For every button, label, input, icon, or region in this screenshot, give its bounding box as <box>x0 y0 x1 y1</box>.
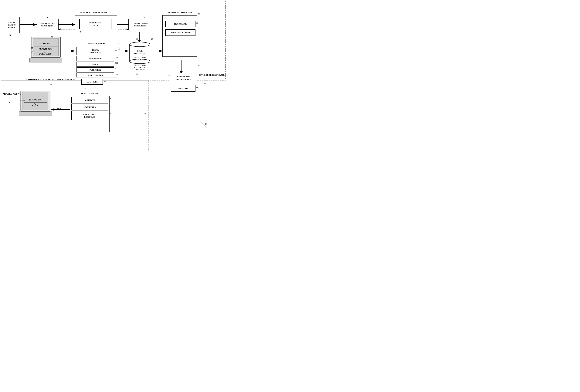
pop-label: POP <box>57 108 61 110</box>
num-55: 55 <box>31 47 33 49</box>
num-35: 35 <box>167 74 170 76</box>
svg-text:INTERCEPT: INTERCEPT <box>134 59 145 61</box>
svg-point-20 <box>129 42 150 47</box>
diagram: SMART CLIENT DEVICE 21 SMART DEVICE SERV… <box>0 0 227 153</box>
smart-device-server-box: SMART DEVICE SERVER (SDS) <box>37 19 59 30</box>
num-34: 34 <box>198 64 200 66</box>
personal-computer-label: PERSONAL COMPUTER <box>163 11 196 14</box>
sds-label: SMART DEVICE SERVER (SDS) <box>40 22 55 27</box>
num-12: 12 <box>205 123 207 126</box>
personal-client-label: PERSONAL CLIENT <box>170 31 190 34</box>
transfer-agent-label: TRANSFER AGENT <box>75 41 117 46</box>
num-40: 40 <box>196 29 198 31</box>
mailbox-bottom-label: MAILBOX <box>85 99 95 101</box>
mailbox-top-box: MAILBOX <box>171 85 195 92</box>
num-38: 38 <box>198 13 200 15</box>
laptop1-svg: TOOL KIT PRIVATE KEY PUBLIC KEY <box>29 37 62 74</box>
svg-text:LI TOOL KIT: LI TOOL KIT <box>29 99 41 101</box>
num-72: 72 <box>42 89 45 92</box>
num-50: 50 <box>118 47 120 49</box>
enterprise-network-label: ENTERPRISE NETWORK <box>199 74 226 77</box>
num-52: 52 <box>51 36 53 38</box>
warrant-id-label: WARRANT ID <box>89 57 101 60</box>
remote-server-label: REMOTE SERVER <box>70 91 110 96</box>
warrant-num-box: WARRANT # <box>71 104 108 111</box>
num-51-remote: 51 <box>109 105 111 107</box>
svg-text:USER: USER <box>137 50 143 52</box>
num-44: 44 <box>196 86 198 88</box>
num-77: 77 <box>109 98 111 100</box>
processor-label: PROCESSOR <box>174 23 187 25</box>
scs-label: SMART CLIENT SERVER (SCS) <box>134 22 148 27</box>
management-server-label: MANAGEMENT SERVER <box>75 11 112 14</box>
num-18: 18 <box>204 82 206 85</box>
num-56-db: 56 <box>136 73 138 75</box>
scs-box: SMART CLIENT SERVER (SCS) <box>129 19 153 30</box>
svg-rect-33 <box>29 58 62 62</box>
num-51D: 51D <box>115 73 118 75</box>
num-57-mid: 57 <box>115 68 117 70</box>
log-files-box: LOG FILES <box>81 79 103 85</box>
num-54b: 54 <box>34 103 36 105</box>
num-28: 28 <box>111 12 114 14</box>
num-55-57b: 55,57 <box>20 99 25 101</box>
svg-text:ENCRYPTED: ENCRYPTED <box>134 56 145 58</box>
num-42: 42 <box>136 38 138 40</box>
log-files-label: LOG FILES <box>87 80 98 83</box>
remote-id-add-box: REMOTE ID ADD. <box>76 73 114 77</box>
num-30: 30 <box>46 16 48 18</box>
num-51: 51 <box>115 49 117 52</box>
warrant-id-box: WARRANT ID <box>76 56 114 61</box>
laptop2-svg: LI TOOL KIT KEYS <box>19 91 52 122</box>
mailbox-bottom-box: MAILBOX <box>71 97 108 104</box>
smart-client-device-box: SMART CLIENT DEVICE <box>4 17 20 33</box>
svg-text:TOOL KIT: TOOL KIT <box>40 42 51 45</box>
svg-rect-40 <box>19 112 52 116</box>
user-id-box: USER ID <box>76 62 114 67</box>
encrypted-log-files-box: ENCRYPTED LOG FILES <box>71 111 108 120</box>
svg-rect-36 <box>23 92 48 110</box>
user-database-cylinder: USER DATABASE ENCRYPTED INTERCEPT <box>129 41 151 65</box>
num-54: 54 <box>43 51 45 53</box>
public-key-box: PUBLIC KEY <box>76 67 114 73</box>
intercept-data-box: INTERCEPT DATA <box>79 19 111 29</box>
user-id-label: USER ID <box>92 63 99 66</box>
mailbox-top-label: MAILBOX <box>178 87 188 90</box>
legal-intercept-label: LEGAL INTERCEPT <box>90 49 101 54</box>
warrant-num-label: WARRANT # <box>84 106 96 108</box>
personal-client-box: PERSONAL CLIENT <box>165 29 195 36</box>
intercept-data-label: INTERCEPT DATA <box>89 21 101 27</box>
processor-box: PROCESSOR <box>165 21 195 27</box>
num-70: 70 <box>144 112 146 115</box>
num-57: 57 <box>31 51 33 53</box>
num-76: 76 <box>85 87 87 90</box>
num-16: 16 <box>50 83 52 86</box>
num-21: 21 <box>9 34 11 36</box>
num-14: 14 <box>7 101 10 104</box>
num-51B: 51B <box>115 62 118 64</box>
svg-text:DATABASE: DATABASE <box>134 52 145 55</box>
encrypted-intercept-label: ENCRYPTED INTERCEPT LOG DATA <box>129 64 150 70</box>
num-37: 37 <box>196 22 198 24</box>
remote-id-add-label: REMOTE ID ADD. <box>87 74 103 76</box>
public-key-label: PUBLIC KEY <box>90 69 101 71</box>
comm-mgmt-system-label: COMMUNICATION MANAGEMENT SYSTEM <box>26 78 75 81</box>
num-49: 49 <box>79 31 81 33</box>
num-56-log: 56 <box>104 80 106 82</box>
svg-text:PRIVATE KEY: PRIVATE KEY <box>39 48 52 50</box>
num-51A: 51A <box>115 56 118 58</box>
num-25: 25 <box>151 38 153 40</box>
encrypted-log-files-label: ENCRYPTED LOG FILES <box>83 113 96 118</box>
num-56-remote: 56 <box>109 112 111 115</box>
smart-client-device-label: SMART CLIENT DEVICE <box>8 21 15 29</box>
num-33: 33 <box>118 41 120 44</box>
enterprise-data-source-label: ENTERPRISE DATA SOURCE <box>176 75 191 81</box>
legal-intercept-box: LEGAL INTERCEPT <box>76 47 114 55</box>
num-32: 32 <box>144 16 145 18</box>
enterprise-data-source-box: ENTERPRISE DATA SOURCE <box>170 73 197 83</box>
